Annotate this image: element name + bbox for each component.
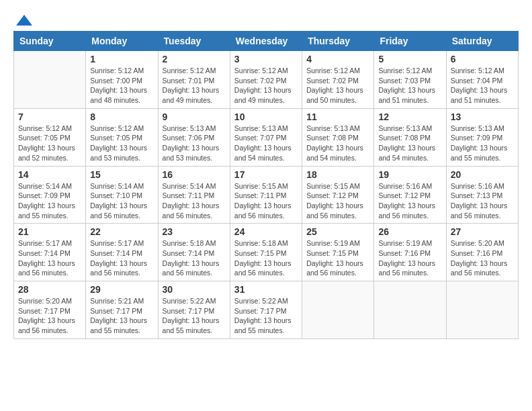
calendar-cell	[302, 281, 374, 339]
calendar-cell: 18Sunrise: 5:15 AMSunset: 7:12 PMDayligh…	[302, 166, 374, 224]
day-number: 10	[234, 111, 298, 122]
calendar-cell: 4Sunrise: 5:12 AMSunset: 7:02 PMDaylight…	[302, 51, 374, 109]
day-number: 22	[90, 226, 153, 237]
day-number: 6	[451, 54, 514, 64]
calendar-week-row: 1Sunrise: 5:12 AMSunset: 7:00 PMDaylight…	[14, 51, 519, 109]
day-info: Sunrise: 5:12 AMSunset: 7:00 PMDaylight:…	[90, 66, 153, 105]
calendar-week-row: 14Sunrise: 5:14 AMSunset: 7:09 PMDayligh…	[14, 166, 519, 224]
day-number: 7	[18, 111, 81, 122]
day-info: Sunrise: 5:17 AMSunset: 7:14 PMDaylight:…	[18, 238, 81, 278]
day-info: Sunrise: 5:14 AMSunset: 7:10 PMDaylight:…	[90, 181, 153, 221]
day-number: 4	[306, 54, 369, 64]
calendar-cell: 14Sunrise: 5:14 AMSunset: 7:09 PMDayligh…	[14, 166, 86, 224]
calendar-cell: 3Sunrise: 5:12 AMSunset: 7:02 PMDaylight…	[230, 51, 302, 109]
day-number: 16	[163, 169, 226, 180]
calendar-cell: 20Sunrise: 5:16 AMSunset: 7:13 PMDayligh…	[446, 166, 518, 224]
day-info: Sunrise: 5:13 AMSunset: 7:08 PMDaylight:…	[306, 124, 369, 163]
day-info: Sunrise: 5:19 AMSunset: 7:16 PMDaylight:…	[378, 238, 441, 278]
day-info: Sunrise: 5:19 AMSunset: 7:15 PMDaylight:…	[306, 238, 369, 278]
calendar-cell: 25Sunrise: 5:19 AMSunset: 7:15 PMDayligh…	[302, 224, 374, 281]
day-number: 15	[90, 169, 153, 180]
calendar-cell: 16Sunrise: 5:14 AMSunset: 7:11 PMDayligh…	[158, 166, 230, 224]
day-info: Sunrise: 5:14 AMSunset: 7:09 PMDaylight:…	[18, 181, 81, 221]
day-number: 20	[451, 169, 514, 180]
day-info: Sunrise: 5:21 AMSunset: 7:17 PMDaylight:…	[90, 296, 153, 336]
calendar-cell: 6Sunrise: 5:12 AMSunset: 7:04 PMDaylight…	[446, 51, 518, 109]
calendar-cell: 21Sunrise: 5:17 AMSunset: 7:14 PMDayligh…	[14, 224, 86, 281]
calendar-cell: 28Sunrise: 5:20 AMSunset: 7:17 PMDayligh…	[14, 281, 86, 339]
day-number: 2	[163, 54, 226, 64]
day-number: 14	[18, 169, 81, 180]
calendar-cell: 22Sunrise: 5:17 AMSunset: 7:14 PMDayligh…	[86, 224, 158, 281]
weekday-header: Saturday	[446, 32, 518, 51]
calendar-cell: 19Sunrise: 5:16 AMSunset: 7:12 PMDayligh…	[374, 166, 446, 224]
calendar-cell: 15Sunrise: 5:14 AMSunset: 7:10 PMDayligh…	[86, 166, 158, 224]
day-number: 23	[163, 226, 226, 237]
page-header	[13, 13, 519, 24]
day-info: Sunrise: 5:12 AMSunset: 7:04 PMDaylight:…	[451, 66, 514, 105]
calendar-cell: 27Sunrise: 5:20 AMSunset: 7:16 PMDayligh…	[446, 224, 518, 281]
day-info: Sunrise: 5:20 AMSunset: 7:17 PMDaylight:…	[18, 296, 81, 336]
day-number: 8	[90, 111, 153, 122]
day-info: Sunrise: 5:14 AMSunset: 7:11 PMDaylight:…	[163, 181, 226, 221]
day-number: 1	[90, 54, 153, 64]
calendar-table: SundayMondayTuesdayWednesdayThursdayFrid…	[13, 31, 519, 339]
calendar-cell: 23Sunrise: 5:18 AMSunset: 7:14 PMDayligh…	[158, 224, 230, 281]
day-info: Sunrise: 5:22 AMSunset: 7:17 PMDaylight:…	[163, 296, 226, 336]
calendar-cell: 8Sunrise: 5:12 AMSunset: 7:05 PMDaylight…	[86, 108, 158, 166]
day-number: 25	[306, 226, 369, 237]
weekday-header: Monday	[86, 32, 158, 51]
day-info: Sunrise: 5:18 AMSunset: 7:14 PMDaylight:…	[163, 238, 226, 278]
day-info: Sunrise: 5:16 AMSunset: 7:12 PMDaylight:…	[378, 181, 441, 221]
day-number: 30	[163, 284, 226, 295]
calendar-cell	[446, 281, 518, 339]
calendar-cell: 10Sunrise: 5:13 AMSunset: 7:07 PMDayligh…	[230, 108, 302, 166]
calendar-cell: 7Sunrise: 5:12 AMSunset: 7:05 PMDaylight…	[14, 108, 86, 166]
day-number: 28	[18, 284, 81, 295]
day-number: 24	[234, 226, 298, 237]
calendar-cell: 12Sunrise: 5:13 AMSunset: 7:08 PMDayligh…	[374, 108, 446, 166]
day-info: Sunrise: 5:16 AMSunset: 7:13 PMDaylight:…	[451, 181, 514, 221]
weekday-header: Sunday	[14, 32, 86, 51]
day-info: Sunrise: 5:15 AMSunset: 7:11 PMDaylight:…	[234, 181, 298, 221]
day-info: Sunrise: 5:13 AMSunset: 7:09 PMDaylight:…	[451, 124, 514, 163]
day-info: Sunrise: 5:12 AMSunset: 7:05 PMDaylight:…	[90, 124, 153, 163]
day-number: 12	[378, 111, 441, 122]
calendar-cell: 11Sunrise: 5:13 AMSunset: 7:08 PMDayligh…	[302, 108, 374, 166]
weekday-header: Wednesday	[230, 32, 302, 51]
weekday-header: Thursday	[302, 32, 374, 51]
day-number: 21	[18, 226, 81, 237]
day-info: Sunrise: 5:18 AMSunset: 7:15 PMDaylight:…	[234, 238, 298, 278]
svg-marker-0	[16, 15, 32, 26]
calendar-cell: 29Sunrise: 5:21 AMSunset: 7:17 PMDayligh…	[86, 281, 158, 339]
calendar-cell: 30Sunrise: 5:22 AMSunset: 7:17 PMDayligh…	[158, 281, 230, 339]
day-number: 3	[234, 54, 298, 64]
calendar-cell	[14, 51, 86, 109]
day-number: 17	[234, 169, 298, 180]
calendar-cell	[374, 281, 446, 339]
calendar-cell: 24Sunrise: 5:18 AMSunset: 7:15 PMDayligh…	[230, 224, 302, 281]
logo-icon	[15, 13, 34, 27]
calendar-week-row: 28Sunrise: 5:20 AMSunset: 7:17 PMDayligh…	[14, 281, 519, 339]
weekday-header: Tuesday	[158, 32, 230, 51]
weekday-header: Friday	[374, 32, 446, 51]
day-number: 31	[234, 284, 298, 295]
day-info: Sunrise: 5:13 AMSunset: 7:08 PMDaylight:…	[378, 124, 441, 163]
calendar-week-row: 21Sunrise: 5:17 AMSunset: 7:14 PMDayligh…	[14, 224, 519, 281]
day-info: Sunrise: 5:15 AMSunset: 7:12 PMDaylight:…	[306, 181, 369, 221]
day-info: Sunrise: 5:17 AMSunset: 7:14 PMDaylight:…	[90, 238, 153, 278]
calendar-cell: 5Sunrise: 5:12 AMSunset: 7:03 PMDaylight…	[374, 51, 446, 109]
day-info: Sunrise: 5:22 AMSunset: 7:17 PMDaylight:…	[234, 296, 298, 336]
day-number: 26	[378, 226, 441, 237]
day-number: 18	[306, 169, 369, 180]
calendar-cell: 9Sunrise: 5:13 AMSunset: 7:06 PMDaylight…	[158, 108, 230, 166]
day-number: 5	[378, 54, 441, 64]
calendar-cell: 31Sunrise: 5:22 AMSunset: 7:17 PMDayligh…	[230, 281, 302, 339]
calendar-cell: 13Sunrise: 5:13 AMSunset: 7:09 PMDayligh…	[446, 108, 518, 166]
day-number: 29	[90, 284, 153, 295]
day-number: 9	[163, 111, 226, 122]
calendar-header-row: SundayMondayTuesdayWednesdayThursdayFrid…	[14, 32, 519, 51]
day-number: 27	[451, 226, 514, 237]
day-info: Sunrise: 5:13 AMSunset: 7:07 PMDaylight:…	[234, 124, 298, 163]
day-info: Sunrise: 5:12 AMSunset: 7:03 PMDaylight:…	[378, 66, 441, 105]
